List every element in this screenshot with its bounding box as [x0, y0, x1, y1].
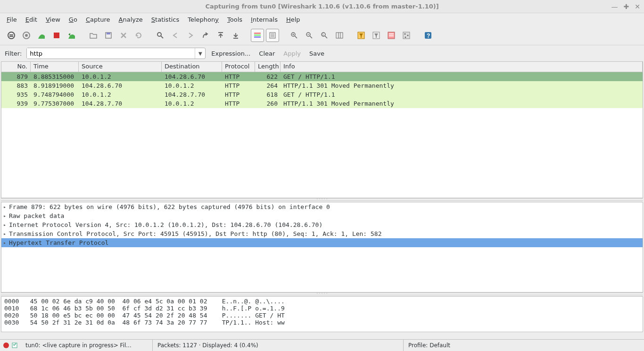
expand-icon[interactable]: ▸ [3, 231, 9, 236]
svg-rect-2 [9, 36, 13, 37]
menu-statistics[interactable]: Statistics [148, 15, 183, 25]
interfaces-button[interactable] [5, 29, 18, 42]
svg-point-4 [25, 34, 28, 37]
expert-info-icon[interactable] [3, 342, 9, 349]
help-button[interactable]: ? [421, 29, 435, 42]
col-length[interactable]: Length [255, 62, 281, 72]
filter-label: Filter: [5, 50, 22, 57]
svg-point-39 [407, 34, 409, 36]
window-controls: — ✚ ✕ [611, 3, 640, 10]
go-forward-button[interactable] [184, 29, 197, 42]
find-button[interactable] [154, 29, 167, 42]
expression-button[interactable]: Expression... [208, 49, 253, 58]
detail-row[interactable]: ▸Internet Protocol Version 4, Src: 10.0.… [1, 220, 643, 229]
packet-row[interactable]: 8798.88531500010.0.1.2104.28.6.70HTTP622… [1, 72, 643, 81]
clear-button[interactable]: Clear [256, 49, 278, 58]
packet-details-pane[interactable]: ▸Frame 879: 622 bytes on wire (4976 bits… [1, 202, 643, 292]
go-back-button[interactable] [169, 29, 182, 42]
zoom-out-button[interactable] [303, 29, 316, 42]
menu-capture[interactable]: Capture [82, 15, 114, 25]
svg-rect-5 [54, 33, 59, 38]
svg-text:1: 1 [322, 33, 324, 36]
zoom-in-button[interactable] [288, 29, 301, 42]
menu-view[interactable]: View [42, 15, 64, 25]
svg-rect-7 [107, 33, 110, 34]
svg-line-24 [310, 36, 312, 38]
col-source[interactable]: Source [79, 62, 162, 72]
col-destination[interactable]: Destination [162, 62, 222, 72]
goto-first-button[interactable] [214, 29, 227, 42]
filter-input-wrap: ▼ [26, 48, 206, 59]
preferences-button[interactable] [400, 29, 413, 42]
svg-rect-12 [254, 33, 261, 34]
status-profile[interactable]: Profile: Default [404, 340, 644, 351]
zoom-reset-button[interactable]: 1 [318, 29, 331, 42]
close-button[interactable]: ✕ [635, 3, 640, 10]
coloring-rules-button[interactable] [385, 29, 398, 42]
menu-internals[interactable]: Internals [247, 15, 281, 25]
expand-icon[interactable]: ▸ [3, 240, 9, 245]
menu-telephony[interactable]: Telephony [184, 15, 223, 25]
maximize-button[interactable]: ✚ [624, 3, 629, 10]
resize-columns-button[interactable] [333, 29, 346, 42]
menu-bar: FileEditViewGoCaptureAnalyzeStatisticsTe… [0, 13, 644, 25]
packet-bytes-pane[interactable]: 0000 45 00 02 6e da c9 40 00 40 06 e4 5c… [1, 296, 643, 332]
status-icons [0, 342, 21, 349]
filter-input[interactable] [27, 48, 195, 58]
save-filter-button[interactable]: Save [306, 49, 327, 58]
packet-list-body[interactable]: 8798.88531500010.0.1.2104.28.6.70HTTP622… [1, 72, 643, 108]
menu-go[interactable]: Go [65, 15, 81, 25]
reload-button[interactable] [132, 29, 145, 42]
svg-rect-1 [9, 34, 13, 35]
packet-row[interactable]: 9359.74879400010.0.1.2104.28.7.70HTTP618… [1, 90, 643, 99]
menu-analyze[interactable]: Analyze [115, 15, 147, 25]
save-button[interactable] [102, 29, 115, 42]
window-title: Capturing from tun0 [Wireshark 1.10.6 (v… [205, 3, 438, 10]
expand-icon[interactable]: ▸ [3, 222, 9, 227]
expand-icon[interactable]: ▸ [3, 204, 9, 209]
goto-last-button[interactable] [229, 29, 242, 42]
goto-packet-button[interactable] [199, 29, 212, 42]
status-bar: tun0: <live capture in progress> Fil... … [0, 339, 644, 351]
filter-dropdown-icon[interactable]: ▼ [195, 48, 205, 58]
colorize-button[interactable] [251, 29, 264, 42]
menu-help[interactable]: Help [282, 15, 304, 25]
detail-row[interactable]: ▸Transmission Control Protocol, Src Port… [1, 229, 643, 238]
detail-row[interactable]: ▸Raw packet data [1, 211, 643, 220]
start-capture-button[interactable] [35, 29, 48, 42]
svg-point-38 [405, 33, 406, 34]
col-protocol[interactable]: Protocol [222, 62, 255, 72]
open-file-button[interactable] [87, 29, 100, 42]
menu-tools[interactable]: Tools [223, 15, 246, 25]
status-file: tun0: <live capture in progress> Fil... [21, 340, 153, 351]
svg-point-8 [157, 33, 161, 36]
status-packets: Packets: 1127 · Displayed: 4 (0.4%) [153, 340, 404, 351]
capture-filters-button[interactable] [355, 29, 368, 42]
svg-text:?: ? [427, 33, 430, 39]
expand-icon[interactable]: ▸ [3, 213, 9, 218]
svg-rect-36 [389, 35, 394, 36]
packet-list-pane: No. Time Source Destination Protocol Len… [1, 61, 643, 198]
options-button[interactable] [20, 29, 33, 42]
display-filters-button[interactable] [370, 29, 383, 42]
restart-capture-button[interactable] [65, 29, 78, 42]
col-no[interactable]: No. [1, 62, 31, 72]
svg-rect-35 [389, 33, 394, 34]
menu-file[interactable]: File [3, 15, 21, 25]
detail-row[interactable]: ▸Hypertext Transfer Protocol [1, 238, 643, 247]
splitter-2[interactable]: · · · · · [1, 292, 643, 295]
detail-row[interactable]: ▸Frame 879: 622 bytes on wire (4976 bits… [1, 202, 643, 211]
col-info[interactable]: Info [281, 62, 643, 72]
packet-row[interactable]: 8838.918919000104.28.6.7010.0.1.2HTTP264… [1, 81, 643, 90]
close-file-button[interactable] [117, 29, 130, 42]
capture-comment-icon[interactable] [11, 342, 18, 349]
packet-row[interactable]: 9399.775307000104.28.7.7010.0.1.2HTTP260… [1, 99, 643, 108]
svg-line-27 [325, 36, 327, 38]
splitter-1[interactable]: · · · · · [1, 198, 643, 201]
apply-button[interactable]: Apply [281, 49, 304, 58]
menu-edit[interactable]: Edit [22, 15, 41, 25]
autoscroll-button[interactable] [266, 29, 279, 42]
col-time[interactable]: Time [31, 62, 79, 72]
minimize-button[interactable]: — [611, 3, 618, 10]
stop-capture-button[interactable] [50, 29, 63, 42]
